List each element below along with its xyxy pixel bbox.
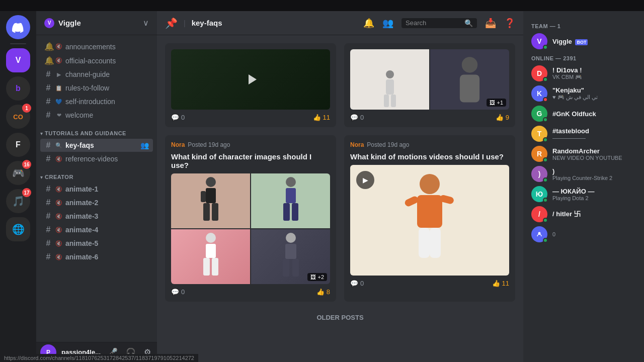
post-card-bottom-right: Nora Posted 19d ago What kind of motions… bbox=[344, 135, 515, 302]
mute-icon: 🔇 bbox=[55, 57, 62, 64]
channel-item-welcome[interactable]: # ❤ welcome bbox=[40, 109, 153, 122]
hash-icon: # bbox=[44, 154, 52, 163]
channel-item-announcements[interactable]: 🔔 🔇 announcements bbox=[40, 40, 153, 53]
hash-icon: # bbox=[44, 212, 52, 221]
comment-count[interactable]: 💬 0 bbox=[350, 280, 364, 287]
channel-name: animate-6 bbox=[65, 253, 98, 261]
member-avatar-last bbox=[531, 226, 547, 242]
svg-rect-25 bbox=[417, 195, 442, 228]
member-name: ! Di1ova ! bbox=[552, 66, 636, 74]
member-last[interactable]: 0 bbox=[527, 224, 640, 244]
svg-rect-21 bbox=[285, 244, 296, 259]
hash-icon: # bbox=[44, 239, 52, 248]
search-input[interactable] bbox=[406, 19, 461, 27]
post-image-top-left bbox=[171, 49, 330, 110]
channel-item-animate6[interactable]: # 🔇 animate-6 bbox=[40, 250, 153, 263]
channel-header-name: key-faqs bbox=[192, 19, 222, 27]
channel-item-animate2[interactable]: # 🔇 animate-2 bbox=[40, 196, 153, 209]
server-sidebar: V b CO 1 F 🎮 16 🎵 17 🌐 bbox=[0, 11, 36, 362]
channel-item-guide[interactable]: # ▶ channel-guide bbox=[40, 68, 153, 81]
comment-count[interactable]: 💬 0 bbox=[350, 114, 364, 121]
post-img-cell-2 bbox=[251, 173, 330, 228]
channel-item-animate3[interactable]: # 🔇 animate-3 bbox=[40, 210, 153, 223]
member-yukayo[interactable]: Ю — ЮКАЙО — Playing Dota 2 bbox=[527, 184, 640, 204]
like-count[interactable]: 👍 11 bbox=[492, 280, 509, 287]
channel-item-intro[interactable]: # 💙 self-introduction bbox=[40, 95, 153, 108]
member-tasteblood[interactable]: T #tasteblood —————— bbox=[527, 124, 640, 144]
svg-point-5 bbox=[462, 57, 477, 72]
image-icon: 🖼 bbox=[490, 100, 495, 106]
svg-rect-19 bbox=[212, 258, 218, 276]
older-posts-button[interactable]: OLDER POSTS bbox=[165, 310, 515, 325]
channel-subicon: 🔇 bbox=[55, 253, 62, 260]
status-dot bbox=[543, 77, 548, 82]
member-kenjaku[interactable]: K "Kenjaku" ♥ 🎮 تي الي في ش bbox=[527, 83, 640, 104]
member-viggle[interactable]: V Viggle BOT bbox=[527, 31, 640, 51]
server-icon-3[interactable]: 🎵 17 bbox=[6, 189, 30, 213]
extra-count: +2 bbox=[317, 274, 324, 280]
member-avatar-yukayo: Ю bbox=[531, 186, 547, 202]
server-header[interactable]: V Viggle ∨ bbox=[36, 11, 157, 35]
svg-point-31 bbox=[538, 232, 541, 235]
notification-bell-icon[interactable]: 🔔 bbox=[363, 18, 374, 29]
channel-item-animate5[interactable]: # 🔇 animate-5 bbox=[40, 237, 153, 250]
play-button[interactable]: ▶ bbox=[356, 171, 374, 189]
like-icon: 👍 bbox=[492, 280, 500, 287]
member-gnk[interactable]: G #GnK Oldfuck bbox=[527, 104, 640, 124]
member-randomarcher[interactable]: R RandomArcher NEW VIDEO ON YOUTUBE bbox=[527, 144, 640, 164]
post-author: Nora bbox=[350, 141, 364, 148]
members-list-icon[interactable]: 👥 bbox=[382, 18, 393, 29]
member-hitler[interactable]: / / hitler 卐 bbox=[527, 204, 640, 224]
status-dot bbox=[543, 198, 548, 203]
server-co-icon[interactable]: CO 1 bbox=[6, 105, 30, 129]
channel-item-animate1[interactable]: # 🔇 animate-1 bbox=[40, 183, 153, 196]
channel-item-animate4[interactable]: # 🔇 animate-4 bbox=[40, 223, 153, 236]
member-avatar-di1ova: D bbox=[531, 65, 547, 81]
post-actions-left: 💬 0 👍 8 bbox=[171, 288, 330, 296]
server-icon-4[interactable]: 🌐 bbox=[6, 217, 30, 241]
status-dot bbox=[543, 157, 548, 162]
chevron-down-icon: ∨ bbox=[143, 18, 149, 28]
comment-count[interactable]: 💬 0 bbox=[171, 288, 185, 296]
channel-name: key-faqs bbox=[65, 141, 94, 149]
like-icon: 👍 bbox=[496, 114, 504, 121]
status-dot bbox=[543, 238, 548, 243]
discord-home-button[interactable] bbox=[6, 15, 30, 39]
server-b-icon[interactable]: b bbox=[6, 76, 30, 101]
server-f-icon[interactable]: F bbox=[6, 133, 30, 157]
server-viggle-icon[interactable]: V bbox=[6, 48, 30, 72]
channel-item-rules[interactable]: # 📋 rules-to-follow bbox=[40, 81, 153, 95]
top-posts-row: 💬 0 👍 11 bbox=[165, 43, 515, 127]
post-card-bottom-left: Nora Posted 19d ago What kind of charact… bbox=[165, 135, 336, 302]
member-paren[interactable]: ) ) Playing Counter-Strike 2 bbox=[527, 164, 640, 184]
like-count[interactable]: 👍 11 bbox=[313, 114, 330, 121]
channel-item-reference[interactable]: # 🔇 reference-videos bbox=[40, 152, 153, 165]
right-sidebar: TEAM — 1 V Viggle BOT ONLINE — 2391 bbox=[523, 11, 644, 362]
channel-subicon: ❤ bbox=[55, 112, 62, 119]
post-img-cell-1 bbox=[171, 173, 250, 228]
category-tutorials[interactable]: ▾ TUTORIALS AND GUIDANCE bbox=[36, 122, 157, 138]
svg-rect-8 bbox=[206, 188, 216, 203]
member-di1ova[interactable]: D ! Di1ova ! VK CBM 🎮 bbox=[527, 63, 640, 83]
member-name: — ЮКАЙО — bbox=[552, 188, 636, 195]
hash-icon: # bbox=[44, 185, 52, 194]
like-count[interactable]: 👍 8 bbox=[316, 288, 330, 296]
help-icon[interactable]: ❓ bbox=[504, 18, 515, 29]
server-icon-2[interactable]: 🎮 16 bbox=[6, 161, 30, 185]
member-status: 0 bbox=[552, 231, 636, 237]
inbox-icon[interactable]: 📥 bbox=[485, 18, 496, 29]
member-info-viggle: Viggle BOT bbox=[552, 38, 636, 45]
category-creator[interactable]: ▾ CREATOR bbox=[36, 166, 157, 182]
channel-item-official[interactable]: 🔔 🔇 official-accounts bbox=[40, 54, 153, 67]
category-label: CREATOR bbox=[45, 174, 73, 180]
search-bar[interactable]: 🔍 bbox=[401, 18, 477, 28]
member-avatar-hitler: / bbox=[531, 206, 547, 222]
channel-name: animate-2 bbox=[65, 199, 98, 207]
members-icon: 👥 bbox=[140, 141, 149, 149]
svg-point-7 bbox=[206, 177, 216, 187]
channel-name: reference-videos bbox=[65, 155, 118, 163]
like-count[interactable]: 👍 9 bbox=[496, 114, 509, 121]
comment-count[interactable]: 💬 0 bbox=[171, 114, 185, 121]
channel-item-faqs[interactable]: # 🔍 key-faqs 👥 bbox=[40, 139, 153, 152]
channel-name: self-introduction bbox=[65, 98, 115, 106]
